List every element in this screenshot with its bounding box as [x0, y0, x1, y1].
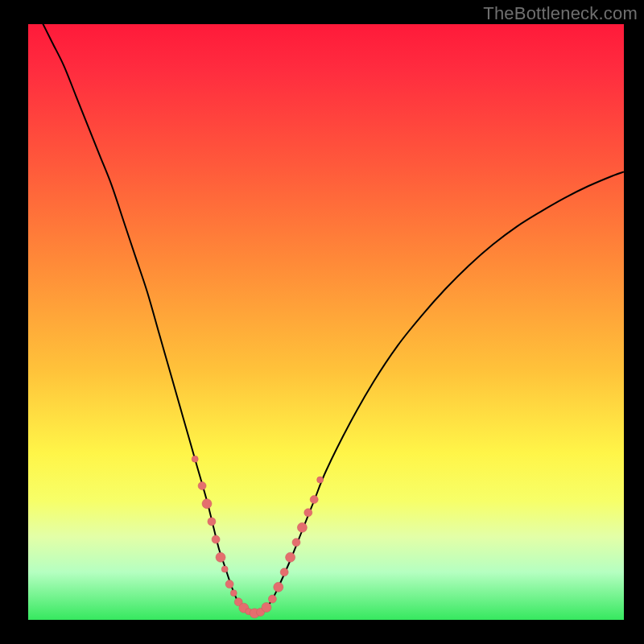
data-marker — [262, 602, 271, 612]
data-marker — [286, 552, 295, 562]
data-marker — [304, 509, 312, 517]
data-marker — [297, 522, 307, 532]
marker-group — [192, 456, 323, 618]
data-marker — [208, 518, 216, 526]
watermark-label: TheBottleneck.com — [483, 3, 638, 24]
data-marker — [230, 590, 237, 597]
data-marker — [292, 539, 300, 547]
data-marker — [310, 496, 318, 504]
data-marker — [192, 456, 198, 462]
data-marker — [216, 552, 225, 562]
data-marker — [225, 580, 233, 588]
bottleneck-chart-svg — [28, 24, 624, 620]
data-marker — [274, 582, 283, 592]
chart-frame: TheBottleneck.com — [0, 0, 644, 644]
data-marker — [280, 568, 288, 576]
data-marker — [198, 482, 206, 490]
data-marker — [202, 499, 212, 509]
data-marker — [221, 566, 228, 572]
plot-area — [28, 24, 624, 620]
data-marker — [268, 595, 276, 603]
data-marker — [317, 477, 324, 483]
bottleneck-curve — [28, 24, 624, 614]
data-marker — [212, 535, 220, 543]
